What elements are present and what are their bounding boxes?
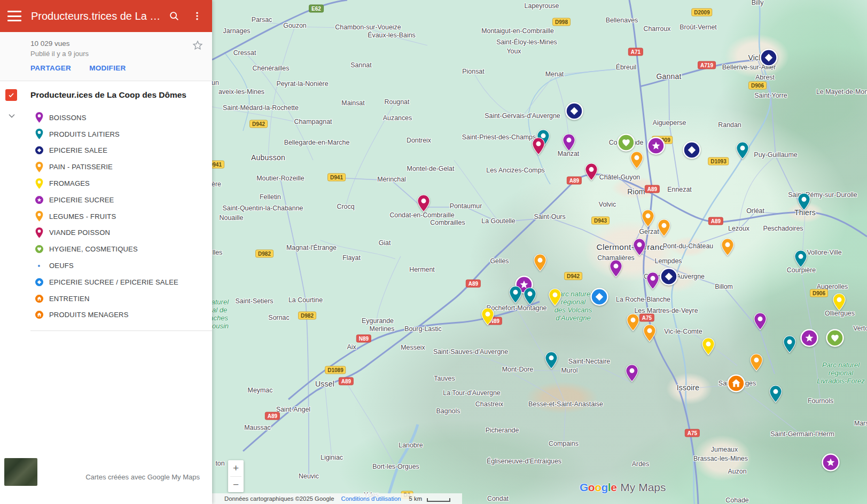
map-marker-epicerie-sucree[interactable] (646, 136, 666, 155)
map-marker-produits-laitiers[interactable] (769, 385, 783, 403)
legend-item-viande-poisson[interactable]: VIANDE POISSON (0, 225, 212, 241)
legend-item-epicerie-sucree-epicerie-salee[interactable]: EPICERIE SUCREE / EPICERIE SALEE (0, 274, 212, 290)
legend-item-pain-patisserie[interactable]: PAIN - PATISSERIE (0, 159, 212, 175)
map-marker-boissons[interactable] (646, 272, 660, 290)
markers-layer (212, 0, 867, 504)
legend-item-entretien[interactable]: ENTRETIEN (0, 290, 212, 307)
zoom-controls: + − (228, 460, 244, 492)
map-marker-produits-laitiers[interactable] (544, 351, 558, 369)
legend-item-legumes-fruits[interactable]: LEGUMES - FRUITS (0, 208, 212, 225)
map-marker-produits-laitiers[interactable] (797, 193, 811, 211)
entretien-icon (33, 294, 45, 304)
epicerie-sucree-epicerie-salee-icon (33, 277, 45, 287)
sidebar: Producteurs.trices de La … 10 029 vues P… (0, 0, 212, 504)
map-marker-epicerie-sucree[interactable] (800, 328, 819, 348)
map-marker-viande-poisson[interactable] (584, 163, 598, 181)
viande-poisson-icon (33, 227, 45, 239)
legend-item-label: FROMAGES (49, 179, 90, 187)
map-marker-epicerie-sucree[interactable] (821, 453, 840, 472)
map-marker-produits-laitiers[interactable] (509, 286, 522, 304)
scale-label: 5 km (409, 495, 422, 502)
map-marker-fromages[interactable] (481, 308, 495, 326)
map-marker-produits-laitiers[interactable] (794, 250, 808, 268)
legend-item-label: EPICERIE SUCREE (49, 196, 114, 204)
legend-item-fromages[interactable]: FROMAGES (0, 175, 212, 192)
map-marker-pain-patisserie-legumes-fruits[interactable] (533, 254, 547, 272)
my-maps-app: Producteurs.trices de La … 10 029 vues P… (0, 0, 867, 504)
legend-item-epicerie-salee[interactable]: EPICERIE SALEE (0, 143, 212, 159)
map-marker-fromages[interactable] (548, 288, 562, 306)
google-logo: Google (580, 481, 616, 493)
legend-divider (30, 330, 212, 331)
layer-title[interactable]: Producteur.ices de La Coop des Dômes (30, 90, 186, 100)
map-marker-viande-poisson[interactable] (532, 137, 545, 155)
map-marker-produits-laitiers[interactable] (736, 141, 749, 160)
legend-item-label: PRODUITS LAITIERS (49, 130, 120, 138)
map-marker-produits-laitiers[interactable] (783, 335, 796, 353)
legend-item-epicerie-sucree[interactable]: EPICERIE SUCREE (0, 192, 212, 208)
legend-item-label: VIANDE POISSON (49, 229, 110, 237)
legend-item-oeufs[interactable]: OEUFS (0, 257, 212, 274)
layer-checkbox[interactable] (5, 89, 17, 101)
map-marker-viande-poisson[interactable] (417, 194, 431, 212)
legend-item-label: EPICERIE SUCREE / EPICERIE SALEE (49, 278, 178, 286)
map-marker-hygiene-cosmetiques[interactable] (825, 328, 845, 348)
favorite-star-icon[interactable] (192, 40, 204, 53)
map-marker-pain-patisserie-legumes-fruits[interactable] (641, 209, 655, 227)
zoom-out-button[interactable]: − (228, 477, 244, 493)
terms-link[interactable]: Conditions d'utilisation (341, 495, 401, 502)
map-marker-epicerie-sucree-salee[interactable] (590, 287, 609, 306)
boissons-icon (33, 112, 45, 123)
map-canvas[interactable]: ParsacGouzonJarnagesChambon-sur-VoueizeÉ… (212, 0, 867, 504)
legumes-fruits-icon (33, 210, 45, 222)
legend-item-produits-laitiers[interactable]: PRODUITS LAITIERS (0, 126, 212, 143)
watermark-suffix: My Maps (620, 481, 666, 493)
map-marker-pain-patisserie-legumes-fruits[interactable] (643, 324, 657, 342)
hygiene-cosmetiques-icon (33, 244, 45, 254)
legend-item-label: PRODUITS MENAGERS (49, 311, 129, 319)
map-marker-boissons[interactable] (609, 259, 623, 278)
share-button[interactable]: PARTAGER (30, 64, 71, 72)
scale-bar (427, 498, 450, 502)
map-marker-pain-patisserie-legumes-fruits[interactable] (630, 151, 644, 169)
map-marker-produits-laitiers[interactable] (523, 287, 537, 305)
legend-item-label: EPICERIE SALEE (49, 146, 107, 154)
published-date: Publié il y a 9 jours (30, 50, 204, 58)
map-marker-hygiene-cosmetiques[interactable] (616, 133, 636, 152)
map-marker-pain-patisserie-legumes-fruits[interactable] (721, 238, 735, 256)
produits-laitiers-icon (33, 128, 45, 140)
legend-item-label: HYGIENE, COSMETIQUES (49, 245, 138, 253)
search-icon[interactable] (166, 8, 182, 24)
legend-item-label: LEGUMES - FRUITS (49, 212, 116, 220)
epicerie-sucree-icon (33, 195, 45, 205)
map-marker-boissons[interactable] (625, 364, 639, 382)
map-marker-boissons[interactable] (753, 312, 767, 330)
map-marker-entretien[interactable] (727, 374, 746, 393)
produits-menagers-icon (33, 310, 45, 320)
satellite-basemap-thumbnail[interactable] (4, 458, 37, 486)
overflow-menu-icon[interactable] (190, 8, 205, 24)
map-marker-epicerie-salee[interactable] (759, 48, 778, 67)
map-marker-pain-patisserie-legumes-fruits[interactable] (657, 219, 671, 237)
map-marker-pain-patisserie-legumes-fruits[interactable] (749, 353, 763, 372)
map-marker-boissons[interactable] (562, 133, 576, 152)
map-marker-fromages[interactable] (832, 293, 846, 311)
edit-button[interactable]: MODIFIER (89, 64, 126, 72)
legend-item-boissons[interactable]: BOISSONS (0, 109, 212, 126)
chevron-down-icon[interactable] (6, 111, 17, 123)
zoom-in-button[interactable]: + (228, 460, 244, 476)
map-marker-boissons[interactable] (632, 238, 646, 256)
map-marker-epicerie-salee[interactable] (565, 101, 584, 121)
map-marker-epicerie-salee[interactable] (659, 267, 678, 286)
view-count: 10 029 vues (30, 40, 204, 48)
attribution-bar: Données cartographiques ©2025 Google Con… (212, 493, 462, 504)
menu-icon[interactable] (7, 11, 21, 21)
map-marker-epicerie-salee[interactable] (682, 140, 701, 160)
map-marker-pain-patisserie-legumes-fruits[interactable] (626, 313, 640, 332)
map-marker-fromages[interactable] (701, 337, 715, 356)
map-title: Producteurs.trices de La … (31, 10, 166, 22)
legend-item-hygiene-cosmetiques[interactable]: HYGIENE, COSMETIQUES (0, 241, 212, 257)
legend-item-produits-menagers[interactable]: PRODUITS MENAGERS (0, 307, 212, 324)
header: Producteurs.trices de La … (0, 0, 212, 32)
pain-patisserie-icon (33, 161, 45, 173)
